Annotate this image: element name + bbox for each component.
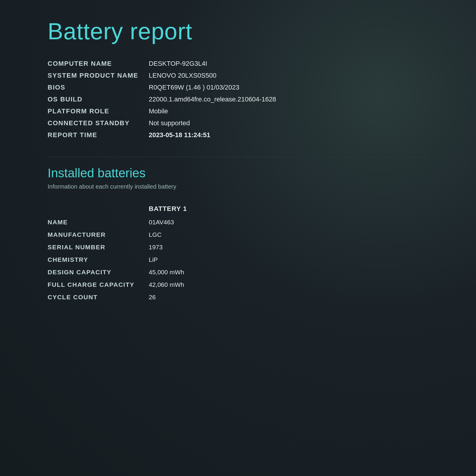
battery-column-header: BATTERY 1	[149, 205, 187, 213]
info-value: DESKTOP-92G3L4I	[149, 60, 207, 68]
page-title: Battery report	[48, 18, 428, 45]
installed-batteries-title: Installed batteries	[48, 166, 428, 180]
main-content: Battery report COMPUTER NAMEDESKTOP-92G3…	[0, 0, 476, 324]
system-info-table: COMPUTER NAMEDESKTOP-92G3L4ISYSTEM PRODU…	[48, 60, 428, 139]
battery-row: DESIGN CAPACITY45,000 mWh	[48, 269, 428, 276]
battery-row: FULL CHARGE CAPACITY42,060 mWh	[48, 281, 428, 288]
info-value: 22000.1.amd64fre.co_release.210604-1628	[149, 95, 276, 103]
info-label: BIOS	[48, 84, 149, 91]
battery-field-label: MANUFACTURER	[48, 231, 149, 238]
info-row: COMPUTER NAMEDESKTOP-92G3L4I	[48, 60, 428, 68]
battery-field-label: SERIAL NUMBER	[48, 244, 149, 251]
installed-batteries-section: Installed batteries Information about ea…	[48, 166, 428, 301]
battery-row: CYCLE COUNT26	[48, 294, 428, 301]
battery-field-label: NAME	[48, 219, 149, 226]
battery-row: NAME01AV463	[48, 219, 428, 226]
info-value: Mobile	[149, 107, 168, 115]
battery-field-value: LiP	[149, 256, 158, 263]
info-value: Not supported	[149, 119, 190, 127]
battery-field-label: CHEMISTRY	[48, 256, 149, 263]
info-row: REPORT TIME2023-05-18 11:24:51	[48, 131, 428, 139]
battery-field-value: 45,000 mWh	[149, 269, 184, 276]
battery-label-spacer	[48, 205, 149, 213]
battery-row: CHEMISTRYLiP	[48, 256, 428, 263]
battery-field-value: LGC	[149, 231, 162, 238]
info-row: PLATFORM ROLEMobile	[48, 107, 428, 115]
info-row: CONNECTED STANDBYNot supported	[48, 119, 428, 127]
battery-field-label: FULL CHARGE CAPACITY	[48, 281, 149, 288]
info-value: R0QET69W (1.46 ) 01/03/2023	[149, 84, 239, 91]
battery-field-value: 26	[149, 294, 156, 301]
battery-header-row: BATTERY 1	[48, 205, 428, 213]
divider	[48, 157, 428, 157]
battery-table: BATTERY 1 NAME01AV463MANUFACTURERLGCSERI…	[48, 205, 428, 301]
battery-field-value: 42,060 mWh	[149, 281, 184, 288]
battery-field-label: DESIGN CAPACITY	[48, 269, 149, 276]
info-label: CONNECTED STANDBY	[48, 119, 149, 127]
info-label: REPORT TIME	[48, 131, 149, 139]
battery-field-value: 01AV463	[149, 219, 174, 226]
info-value: 2023-05-18 11:24:51	[149, 131, 210, 139]
battery-field-value: 1973	[149, 244, 163, 251]
info-label: COMPUTER NAME	[48, 60, 149, 68]
info-row: SYSTEM PRODUCT NAMELENOVO 20LXS0S500	[48, 72, 428, 79]
info-row: BIOSR0QET69W (1.46 ) 01/03/2023	[48, 84, 428, 91]
battery-field-label: CYCLE COUNT	[48, 294, 149, 301]
info-label: SYSTEM PRODUCT NAME	[48, 72, 149, 79]
info-label: PLATFORM ROLE	[48, 107, 149, 115]
installed-batteries-subtitle: Information about each currently install…	[48, 183, 428, 190]
battery-row: MANUFACTURERLGC	[48, 231, 428, 238]
info-row: OS BUILD22000.1.amd64fre.co_release.2106…	[48, 95, 428, 103]
info-value: LENOVO 20LXS0S500	[149, 72, 216, 79]
info-label: OS BUILD	[48, 95, 149, 103]
battery-row: SERIAL NUMBER1973	[48, 244, 428, 251]
